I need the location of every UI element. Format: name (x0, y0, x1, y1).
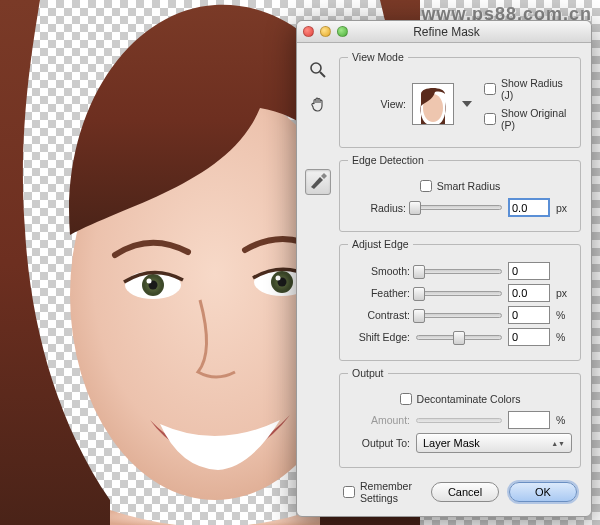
contrast-input[interactable] (508, 306, 550, 324)
radius-input[interactable] (508, 198, 550, 217)
adjust-edge-group: Adjust Edge Smooth: Feather: px Contrast… (339, 238, 581, 361)
updown-icon: ▲▼ (551, 441, 565, 446)
magnifier-icon (309, 61, 327, 79)
hand-icon (309, 95, 327, 113)
shift-edge-slider[interactable] (416, 335, 502, 340)
remember-settings-checkbox[interactable]: Remember Settings (343, 480, 431, 504)
smart-radius-checkbox[interactable]: Smart Radius (420, 180, 501, 192)
dialog-title: Refine Mask (308, 25, 585, 39)
smooth-label: Smooth: (348, 265, 410, 277)
brush-icon (308, 173, 328, 191)
feather-label: Feather: (348, 287, 410, 299)
output-group: Output Decontaminate Colors Amount: % Ou… (339, 367, 581, 468)
ok-button[interactable]: OK (509, 482, 577, 502)
output-to-select[interactable]: Layer Mask ▲▼ (416, 433, 572, 453)
output-legend: Output (348, 367, 388, 379)
smooth-input[interactable] (508, 262, 550, 280)
svg-point-9 (311, 63, 321, 73)
output-to-value: Layer Mask (423, 437, 480, 449)
cancel-button[interactable]: Cancel (431, 482, 499, 502)
shift-edge-input[interactable] (508, 328, 550, 346)
zoom-tool[interactable] (305, 57, 331, 83)
svg-point-8 (276, 276, 281, 281)
amount-label: Amount: (348, 414, 410, 426)
edge-detection-legend: Edge Detection (348, 154, 428, 166)
smooth-slider[interactable] (416, 269, 502, 274)
chevron-down-icon[interactable] (462, 101, 472, 107)
show-radius-checkbox[interactable]: Show Radius (J) (484, 77, 572, 101)
tool-column (303, 51, 333, 506)
contrast-unit: % (556, 309, 572, 321)
shift-edge-label: Shift Edge: (348, 331, 410, 343)
titlebar[interactable]: Refine Mask (297, 21, 591, 43)
radius-unit: px (556, 202, 572, 214)
edge-detection-group: Edge Detection Smart Radius Radius: px (339, 154, 581, 232)
output-to-label: Output To: (348, 437, 410, 449)
amount-unit: % (556, 414, 572, 426)
svg-point-4 (147, 279, 152, 284)
show-original-checkbox[interactable]: Show Original (P) (484, 107, 572, 131)
radius-label: Radius: (348, 202, 406, 214)
feather-unit: px (556, 287, 572, 299)
contrast-label: Contrast: (348, 309, 410, 321)
shift-edge-unit: % (556, 331, 572, 343)
view-mode-legend: View Mode (348, 51, 408, 63)
svg-line-10 (320, 72, 325, 77)
feather-input[interactable] (508, 284, 550, 302)
adjust-edge-legend: Adjust Edge (348, 238, 413, 250)
refine-mask-dialog: Refine Mask (296, 20, 592, 517)
amount-slider (416, 418, 502, 423)
view-label: View: (348, 98, 406, 110)
hand-tool[interactable] (305, 91, 331, 117)
amount-input (508, 411, 550, 429)
refine-radius-tool[interactable] (305, 169, 331, 195)
view-mode-thumbnail[interactable] (412, 83, 454, 125)
decontaminate-checkbox[interactable]: Decontaminate Colors (400, 393, 521, 405)
feather-slider[interactable] (416, 291, 502, 296)
contrast-slider[interactable] (416, 313, 502, 318)
radius-slider[interactable] (412, 205, 502, 210)
view-mode-group: View Mode View: (339, 51, 581, 148)
